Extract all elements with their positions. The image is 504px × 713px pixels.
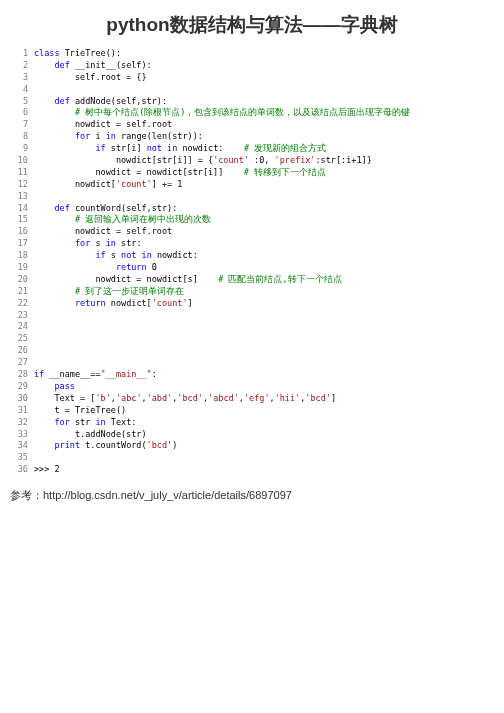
line-number: 22 — [10, 298, 28, 310]
code-content — [34, 357, 39, 369]
code-line: 14 def countWord(self,str): — [10, 203, 494, 215]
line-number: 26 — [10, 345, 28, 357]
code-content: if s not in nowdict: — [34, 250, 198, 262]
line-number: 10 — [10, 155, 28, 167]
code-content: nowdict = nowdict[str[i]] # 转移到下一个结点 — [34, 167, 326, 179]
code-content: # 树中每个结点(除根节点)，包含到该结点的单词数，以及该结点后面出现字母的键 — [34, 107, 410, 119]
code-content — [34, 84, 39, 96]
line-number: 1 — [10, 48, 28, 60]
line-number: 27 — [10, 357, 28, 369]
code-line: 15 # 返回输入单词在树中出现的次数 — [10, 214, 494, 226]
code-line: 26 — [10, 345, 494, 357]
line-number: 36 — [10, 464, 28, 476]
code-content: def addNode(self,str): — [34, 96, 167, 108]
code-content — [34, 333, 39, 345]
code-content: return nowdict['count'] — [34, 298, 193, 310]
code-content: if str[i] not in nowdict: # 发现新的组合方式 — [34, 143, 326, 155]
line-number: 15 — [10, 214, 28, 226]
code-line: 1class TrieTree(): — [10, 48, 494, 60]
line-number: 19 — [10, 262, 28, 274]
code-line: 12 nowdict['count'] += 1 — [10, 179, 494, 191]
code-content: pass — [34, 381, 75, 393]
reference-line: 参考：http://blog.csdn.net/v_july_v/article… — [0, 480, 504, 511]
line-number: 25 — [10, 333, 28, 345]
code-line: 32 for str in Text: — [10, 417, 494, 429]
line-number: 23 — [10, 310, 28, 322]
line-number: 7 — [10, 119, 28, 131]
line-number: 13 — [10, 191, 28, 203]
code-line: 20 nowdict = nowdict[s] # 匹配当前结点,转下一个结点 — [10, 274, 494, 286]
code-line: 22 return nowdict['count'] — [10, 298, 494, 310]
code-content: nowdict = self.root — [34, 119, 172, 131]
code-line: 18 if s not in nowdict: — [10, 250, 494, 262]
code-line: 36>>> 2 — [10, 464, 494, 476]
code-content: return 0 — [34, 262, 157, 274]
code-line: 11 nowdict = nowdict[str[i]] # 转移到下一个结点 — [10, 167, 494, 179]
code-content: nowdict = nowdict[s] # 匹配当前结点,转下一个结点 — [34, 274, 342, 286]
page-title: python数据结构与算法——字典树 — [0, 0, 504, 44]
line-number: 24 — [10, 321, 28, 333]
code-content: t = TrieTree() — [34, 405, 126, 417]
line-number: 12 — [10, 179, 28, 191]
line-number: 9 — [10, 143, 28, 155]
line-number: 14 — [10, 203, 28, 215]
code-line: 6 # 树中每个结点(除根节点)，包含到该结点的单词数，以及该结点后面出现字母的… — [10, 107, 494, 119]
code-content: nowdict['count'] += 1 — [34, 179, 182, 191]
code-content: class TrieTree(): — [34, 48, 121, 60]
code-line: 30 Text = ['b','abc','abd','bcd','abcd',… — [10, 393, 494, 405]
code-line: 33 t.addNode(str) — [10, 429, 494, 441]
line-number: 34 — [10, 440, 28, 452]
code-content: if __name__=="__main__": — [34, 369, 157, 381]
code-line: 23 — [10, 310, 494, 322]
code-line: 9 if str[i] not in nowdict: # 发现新的组合方式 — [10, 143, 494, 155]
code-line: 2 def __init__(self): — [10, 60, 494, 72]
code-content: Text = ['b','abc','abd','bcd','abcd','ef… — [34, 393, 336, 405]
code-content — [34, 310, 39, 322]
code-content: nowdict = self.root — [34, 226, 172, 238]
code-line: 28if __name__=="__main__": — [10, 369, 494, 381]
code-line: 25 — [10, 333, 494, 345]
line-number: 4 — [10, 84, 28, 96]
code-content — [34, 191, 39, 203]
line-number: 2 — [10, 60, 28, 72]
code-content: print t.countWord('bcd') — [34, 440, 177, 452]
code-content: for i in range(len(str)): — [34, 131, 203, 143]
code-content — [34, 321, 39, 333]
line-number: 21 — [10, 286, 28, 298]
line-number: 5 — [10, 96, 28, 108]
code-line: 31 t = TrieTree() — [10, 405, 494, 417]
code-content: nowdict[str[i]] = {'count' :0, 'prefix':… — [34, 155, 372, 167]
code-line: 35 — [10, 452, 494, 464]
code-content: # 到了这一步证明单词存在 — [34, 286, 184, 298]
line-number: 35 — [10, 452, 28, 464]
line-number: 16 — [10, 226, 28, 238]
code-content: t.addNode(str) — [34, 429, 147, 441]
code-content — [34, 345, 39, 357]
code-line: 3 self.root = {} — [10, 72, 494, 84]
code-line: 24 — [10, 321, 494, 333]
line-number: 33 — [10, 429, 28, 441]
code-line: 17 for s in str: — [10, 238, 494, 250]
code-line: 29 pass — [10, 381, 494, 393]
code-content: for s in str: — [34, 238, 142, 250]
line-number: 20 — [10, 274, 28, 286]
code-content: def countWord(self,str): — [34, 203, 177, 215]
line-number: 31 — [10, 405, 28, 417]
line-number: 11 — [10, 167, 28, 179]
code-content: self.root = {} — [34, 72, 147, 84]
code-content: for str in Text: — [34, 417, 136, 429]
code-line: 21 # 到了这一步证明单词存在 — [10, 286, 494, 298]
code-line: 4 — [10, 84, 494, 96]
line-number: 32 — [10, 417, 28, 429]
code-line: 27 — [10, 357, 494, 369]
code-content: def __init__(self): — [34, 60, 152, 72]
code-content — [34, 452, 39, 464]
line-number: 18 — [10, 250, 28, 262]
code-block: 1class TrieTree():2 def __init__(self):3… — [0, 44, 504, 480]
code-line: 8 for i in range(len(str)): — [10, 131, 494, 143]
code-line: 16 nowdict = self.root — [10, 226, 494, 238]
line-number: 3 — [10, 72, 28, 84]
line-number: 29 — [10, 381, 28, 393]
code-line: 10 nowdict[str[i]] = {'count' :0, 'prefi… — [10, 155, 494, 167]
code-line: 34 print t.countWord('bcd') — [10, 440, 494, 452]
